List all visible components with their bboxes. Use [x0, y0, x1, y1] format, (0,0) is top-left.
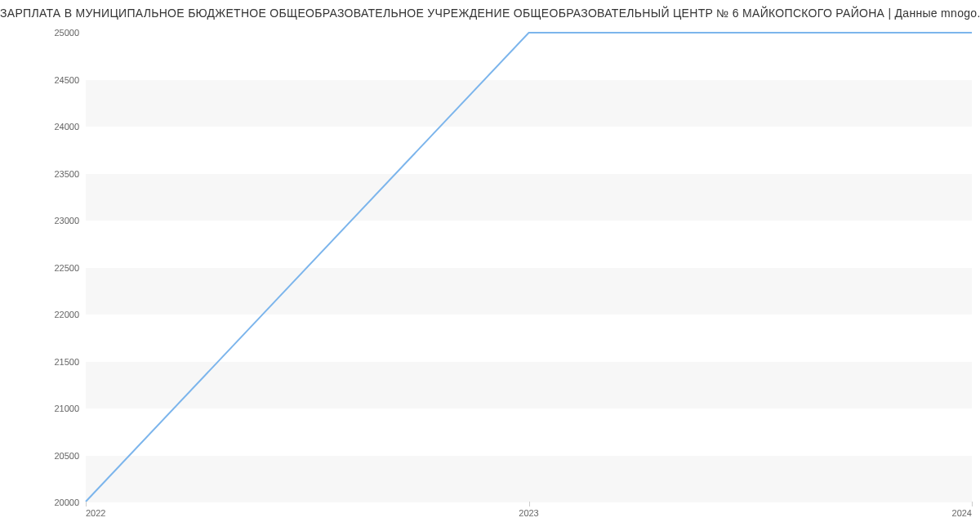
y-axis-tick: 20000 [45, 498, 79, 507]
y-axis-tick: 21500 [45, 357, 79, 367]
chart-title: ЗАРПЛАТА В МУНИЦИПАЛЬНОЕ БЮДЖЕТНОЕ ОБЩЕО… [0, 0, 980, 26]
x-axis-tick: 2023 [519, 508, 538, 518]
y-axis-tick: 23000 [45, 216, 79, 225]
y-axis-tick: 25000 [45, 28, 79, 38]
x-axis-tick-mark [86, 502, 87, 506]
plot-area: 2000020500210002150022000225002300023500… [86, 33, 972, 502]
x-axis-tick-mark [529, 502, 530, 506]
chart-container: ЗАРПЛАТА В МУНИЦИПАЛЬНОЕ БЮДЖЕТНОЕ ОБЩЕО… [0, 0, 980, 531]
y-axis-tick: 24500 [45, 75, 79, 85]
x-axis-tick-mark [972, 502, 973, 506]
x-axis-tick: 2024 [952, 508, 972, 518]
data-line [86, 33, 972, 502]
y-axis-tick: 24000 [45, 122, 79, 132]
y-axis-tick: 21000 [45, 404, 79, 413]
chart-svg [86, 33, 972, 502]
y-axis-tick: 23500 [45, 169, 79, 179]
y-axis-tick: 20500 [45, 451, 79, 461]
y-axis-tick: 22500 [45, 263, 79, 273]
y-axis-tick: 22000 [45, 310, 79, 319]
x-axis-tick: 2022 [86, 508, 105, 518]
